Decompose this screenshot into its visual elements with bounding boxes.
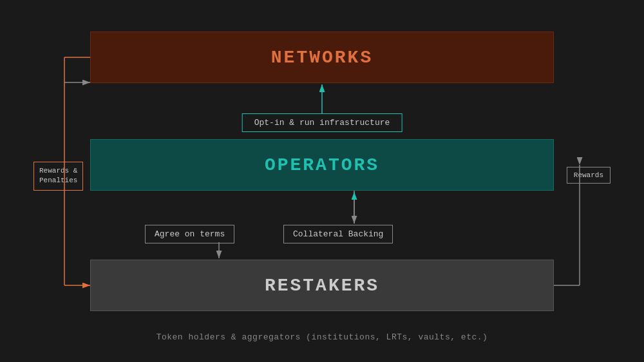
operators-label: OPERATORS [265,155,379,175]
networks-label: NETWORKS [271,48,373,68]
diagram-container: NETWORKS Opt-in & run infrastructure OPE… [26,14,618,348]
rewards-penalties-label: Rewards &Penalties [39,167,77,184]
opt-in-label: Opt-in & run infrastructure [254,118,390,128]
collateral-box: Collateral Backing [283,225,393,243]
agree-box: Agree on terms [145,225,234,243]
rewards-box: Rewards [567,167,611,184]
operators-box: OPERATORS [90,139,554,191]
networks-box: NETWORKS [90,32,554,83]
opt-in-box: Opt-in & run infrastructure [242,113,402,132]
restakers-label: RESTAKERS [265,276,379,296]
restakers-box: RESTAKERS [90,260,554,311]
rewards-label: Rewards [574,171,603,179]
agree-label: Agree on terms [155,229,225,239]
collateral-label: Collateral Backing [293,229,383,239]
subtitle: Token holders & aggregators (institution… [26,332,618,342]
rewards-penalties-box: Rewards &Penalties [33,162,83,191]
